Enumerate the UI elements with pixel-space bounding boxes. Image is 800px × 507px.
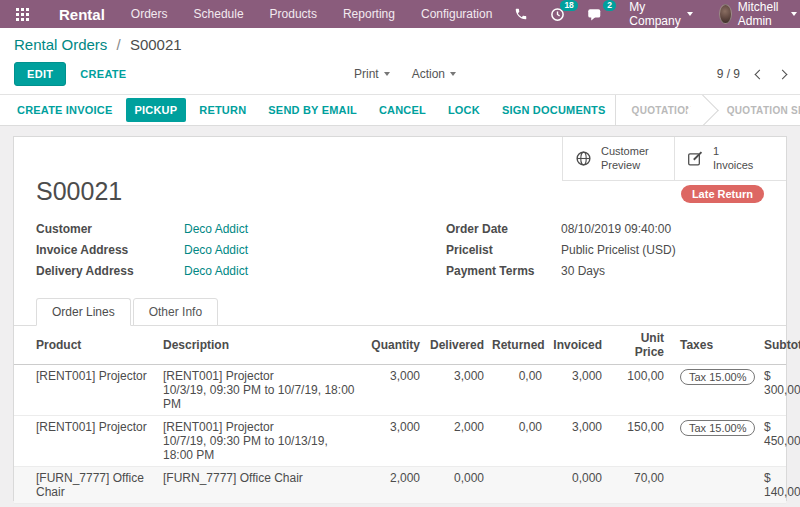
order-date-value: 08/10/2019 09:40:00 — [561, 222, 671, 236]
table-header-row: Product Description Quantity Delivered R… — [14, 326, 786, 365]
late-return-badge: Late Return — [681, 185, 764, 203]
cell-description: [RENT001] Projector 10/3/19, 09:30 PM to… — [159, 365, 364, 416]
control-panel: Rental Orders / S00021 EDIT CREATE Print… — [0, 28, 800, 94]
customer-preview-button[interactable]: Customer Preview — [562, 137, 674, 181]
apps-grid-icon[interactable] — [8, 8, 37, 21]
action-dropdown[interactable]: Action — [412, 67, 456, 81]
col-delivered: Delivered — [424, 326, 488, 365]
cell-delivered: 3,000 — [424, 365, 488, 416]
menu-reporting[interactable]: Reporting — [343, 7, 395, 21]
main-menu: Orders Schedule Products Reporting Confi… — [131, 7, 493, 21]
edit-button[interactable]: EDIT — [14, 62, 66, 86]
create-button[interactable]: CREATE — [80, 68, 126, 80]
company-name: My Company — [629, 0, 680, 28]
smart-button-box: Customer Preview 1 Invoices — [562, 137, 786, 181]
cell-subtotal: $ 140,00 — [760, 467, 786, 504]
messages-count-badge: 2 — [603, 0, 617, 11]
menu-products[interactable]: Products — [270, 7, 317, 21]
activities-clock-icon[interactable]: 18 — [550, 7, 565, 22]
order-lines-table: Product Description Quantity Delivered R… — [14, 326, 786, 504]
cell-invoiced: 3,000 — [546, 365, 606, 416]
activities-count-badge: 18 — [560, 0, 578, 11]
invoices-count: 1 — [713, 144, 771, 158]
page-title: S00021 — [36, 177, 122, 206]
form-view: Customer Preview 1 Invoices S00021 Late … — [0, 126, 800, 507]
col-description: Description — [159, 326, 364, 365]
cell-invoiced: 0,000 — [546, 467, 606, 504]
app-window: Rental Orders Schedule Products Reportin… — [0, 0, 800, 507]
col-subtotal: Subtotal — [760, 326, 786, 365]
cell-quantity: 2,000 — [364, 467, 424, 504]
cell-unit-price: 70,00 — [606, 467, 668, 504]
print-dropdown[interactable]: Print — [354, 67, 390, 81]
cell-delivered: 2,000 — [424, 416, 488, 467]
pager-next-icon[interactable] — [778, 69, 788, 79]
cell-product: [FURN_7777] Office Chair — [14, 467, 159, 504]
chevron-down-icon — [791, 12, 797, 16]
edit-note-icon — [687, 150, 704, 167]
cell-invoiced: 3,000 — [546, 416, 606, 467]
customer-value-link[interactable]: Deco Addict — [184, 222, 248, 236]
invoice-address-value-link[interactable]: Deco Addict — [184, 243, 248, 257]
user-name: Mitchell Admin — [738, 0, 786, 28]
cell-unit-price: 150,00 — [606, 416, 668, 467]
customer-preview-label: Customer Preview — [601, 144, 659, 173]
cell-taxes: Tax 15.00% — [668, 365, 760, 416]
status-steps: QUOTATION QUOTATION SENT SALES ORDER — [615, 95, 800, 125]
action-label: Action — [412, 67, 445, 81]
create-invoice-button[interactable]: CREATE INVOICE — [8, 98, 122, 122]
step-quotation[interactable]: QUOTATION — [616, 95, 703, 125]
order-date-label: Order Date — [446, 222, 561, 236]
send-by-email-button[interactable]: SEND BY EMAIL — [259, 98, 366, 122]
cell-taxes — [668, 467, 760, 504]
statusbar: CREATE INVOICE PICKUP RETURN SEND BY EMA… — [0, 94, 800, 126]
invoices-button[interactable]: 1 Invoices — [674, 137, 786, 181]
breadcrumb-parent-link[interactable]: Rental Orders — [14, 36, 107, 53]
col-returned: Returned — [488, 326, 546, 365]
delivery-address-label: Delivery Address — [36, 264, 184, 278]
invoice-address-label: Invoice Address — [36, 243, 184, 257]
company-switcher[interactable]: My Company — [629, 0, 692, 28]
cell-description: [FURN_7777] Office Chair — [159, 467, 364, 504]
cell-unit-price: 100,00 — [606, 365, 668, 416]
pager-counter: 9 / 9 — [717, 67, 740, 81]
table-row[interactable]: [RENT001] Projector [RENT001] Projector … — [14, 416, 786, 467]
breadcrumb-current: S00021 — [130, 36, 182, 53]
col-unit-price: Unit Price — [606, 326, 668, 365]
form-sheet: Customer Preview 1 Invoices S00021 Late … — [13, 136, 787, 501]
pricelist-value: Public Pricelist (USD) — [561, 243, 676, 257]
app-brand[interactable]: Rental — [59, 6, 105, 23]
customer-label: Customer — [36, 222, 184, 236]
pager-previous-icon[interactable] — [755, 69, 765, 79]
lock-button[interactable]: LOCK — [439, 98, 489, 122]
globe-icon — [575, 150, 592, 167]
phone-icon[interactable] — [514, 7, 528, 21]
pickup-button[interactable]: PICKUP — [126, 98, 187, 122]
col-product: Product — [14, 326, 159, 365]
notebook-tabs: Order Lines Other Info — [14, 298, 786, 326]
cell-subtotal: $ 300,00 — [760, 365, 786, 416]
menu-configuration[interactable]: Configuration — [421, 7, 492, 21]
table-row[interactable]: [FURN_7777] Office Chair [FURN_7777] Off… — [14, 467, 786, 504]
sign-documents-button[interactable]: SIGN DOCUMENTS — [493, 98, 615, 122]
breadcrumb-separator: / — [117, 36, 121, 53]
notebook: Order Lines Other Info Product Descripti… — [14, 298, 786, 507]
chevron-down-icon — [450, 72, 456, 76]
top-navbar: Rental Orders Schedule Products Reportin… — [0, 0, 800, 28]
breadcrumb: Rental Orders / S00021 — [14, 36, 786, 53]
delivery-address-value-link[interactable]: Deco Addict — [184, 264, 248, 278]
messages-icon[interactable]: 2 — [587, 7, 603, 22]
tab-order-lines[interactable]: Order Lines — [36, 298, 131, 326]
return-button[interactable]: RETURN — [190, 98, 255, 122]
invoices-label: Invoices — [713, 158, 771, 172]
chevron-down-icon — [687, 12, 693, 16]
chevron-down-icon — [384, 72, 390, 76]
cancel-button[interactable]: CANCEL — [370, 98, 435, 122]
menu-schedule[interactable]: Schedule — [194, 7, 244, 21]
menu-orders[interactable]: Orders — [131, 7, 168, 21]
tab-other-info[interactable]: Other Info — [133, 298, 218, 326]
table-row[interactable]: [RENT001] Projector [RENT001] Projector … — [14, 365, 786, 416]
cell-quantity: 3,000 — [364, 416, 424, 467]
payment-terms-label: Payment Terms — [446, 264, 561, 278]
user-menu[interactable]: Mitchell Admin — [719, 0, 798, 28]
